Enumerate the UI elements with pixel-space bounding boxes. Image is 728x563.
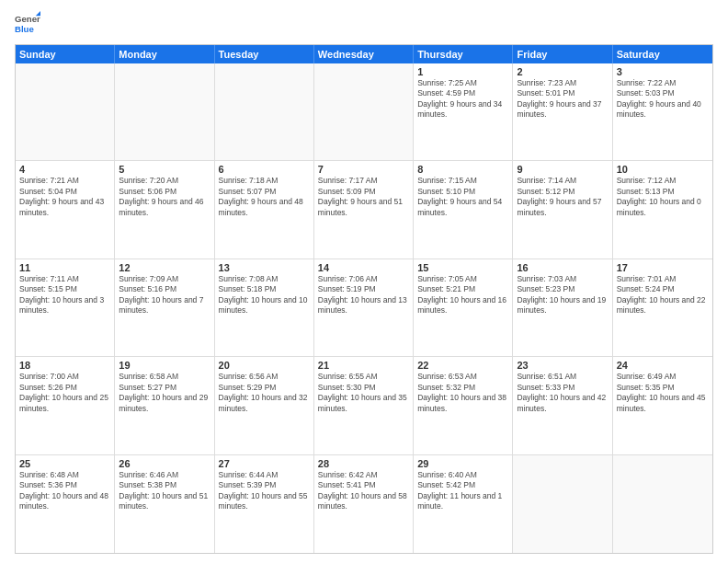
week-row-5: 25Sunrise: 6:48 AM Sunset: 5:36 PM Dayli… — [16, 455, 712, 553]
day-info: Sunrise: 6:55 AM Sunset: 5:30 PM Dayligh… — [318, 372, 409, 414]
day-cell-23: 23Sunrise: 6:51 AM Sunset: 5:33 PM Dayli… — [513, 357, 612, 454]
day-cell-14: 14Sunrise: 7:06 AM Sunset: 5:19 PM Dayli… — [314, 259, 414, 356]
header-cell-sunday: Sunday — [16, 45, 115, 63]
day-cell-22: 22Sunrise: 6:53 AM Sunset: 5:32 PM Dayli… — [414, 357, 513, 454]
day-number: 2 — [517, 66, 608, 77]
day-cell-27: 27Sunrise: 6:44 AM Sunset: 5:39 PM Dayli… — [215, 455, 314, 553]
logo-icon: General Blue — [15, 11, 40, 37]
day-info: Sunrise: 7:00 AM Sunset: 5:26 PM Dayligh… — [19, 372, 110, 414]
day-info: Sunrise: 6:58 AM Sunset: 5:27 PM Dayligh… — [119, 372, 210, 414]
day-cell-1: 1Sunrise: 7:25 AM Sunset: 4:59 PM Daylig… — [414, 63, 513, 160]
day-cell-29: 29Sunrise: 6:40 AM Sunset: 5:42 PM Dayli… — [414, 455, 513, 553]
day-number: 26 — [119, 458, 210, 469]
empty-cell — [215, 63, 314, 160]
header-cell-thursday: Thursday — [414, 45, 513, 63]
day-cell-19: 19Sunrise: 6:58 AM Sunset: 5:27 PM Dayli… — [115, 357, 214, 454]
day-info: Sunrise: 6:49 AM Sunset: 5:35 PM Dayligh… — [617, 372, 709, 414]
day-cell-28: 28Sunrise: 6:42 AM Sunset: 5:41 PM Dayli… — [314, 455, 414, 553]
header-cell-friday: Friday — [513, 45, 612, 63]
day-cell-17: 17Sunrise: 7:01 AM Sunset: 5:24 PM Dayli… — [613, 259, 712, 356]
day-info: Sunrise: 7:01 AM Sunset: 5:24 PM Dayligh… — [617, 274, 709, 316]
day-cell-25: 25Sunrise: 6:48 AM Sunset: 5:36 PM Dayli… — [16, 455, 115, 553]
day-info: Sunrise: 7:25 AM Sunset: 4:59 PM Dayligh… — [417, 78, 508, 121]
header: General Blue — [15, 11, 713, 37]
day-info: Sunrise: 7:11 AM Sunset: 5:15 PM Dayligh… — [19, 274, 110, 316]
day-cell-2: 2Sunrise: 7:23 AM Sunset: 5:01 PM Daylig… — [513, 63, 612, 160]
day-cell-13: 13Sunrise: 7:08 AM Sunset: 5:18 PM Dayli… — [215, 259, 314, 356]
empty-cell — [115, 63, 214, 160]
day-number: 18 — [19, 360, 110, 371]
header-cell-tuesday: Tuesday — [215, 45, 314, 63]
header-cell-saturday: Saturday — [613, 45, 712, 63]
day-info: Sunrise: 6:53 AM Sunset: 5:32 PM Dayligh… — [417, 372, 508, 414]
day-number: 29 — [417, 458, 508, 469]
day-number: 8 — [417, 164, 508, 175]
day-number: 15 — [417, 262, 508, 273]
day-cell-16: 16Sunrise: 7:03 AM Sunset: 5:23 PM Dayli… — [513, 259, 612, 356]
day-cell-6: 6Sunrise: 7:18 AM Sunset: 5:07 PM Daylig… — [215, 161, 314, 258]
day-number: 27 — [219, 458, 310, 469]
day-number: 23 — [517, 360, 608, 371]
week-row-1: 1Sunrise: 7:25 AM Sunset: 4:59 PM Daylig… — [16, 63, 712, 161]
day-number: 9 — [517, 164, 608, 175]
day-info: Sunrise: 7:21 AM Sunset: 5:04 PM Dayligh… — [19, 176, 110, 218]
day-cell-3: 3Sunrise: 7:22 AM Sunset: 5:03 PM Daylig… — [613, 63, 712, 160]
day-info: Sunrise: 6:40 AM Sunset: 5:42 PM Dayligh… — [417, 470, 508, 512]
day-number: 21 — [318, 360, 409, 371]
day-info: Sunrise: 7:03 AM Sunset: 5:23 PM Dayligh… — [517, 274, 608, 316]
day-number: 28 — [318, 458, 409, 469]
calendar-header: SundayMondayTuesdayWednesdayThursdayFrid… — [16, 45, 712, 63]
day-number: 24 — [617, 360, 709, 371]
day-number: 13 — [219, 262, 310, 273]
day-number: 25 — [19, 458, 110, 469]
week-row-4: 18Sunrise: 7:00 AM Sunset: 5:26 PM Dayli… — [16, 357, 712, 454]
day-number: 5 — [119, 164, 210, 175]
day-info: Sunrise: 7:23 AM Sunset: 5:01 PM Dayligh… — [517, 78, 608, 121]
day-cell-21: 21Sunrise: 6:55 AM Sunset: 5:30 PM Dayli… — [314, 357, 414, 454]
day-cell-10: 10Sunrise: 7:12 AM Sunset: 5:13 PM Dayli… — [613, 161, 712, 258]
day-cell-11: 11Sunrise: 7:11 AM Sunset: 5:15 PM Dayli… — [16, 259, 115, 356]
day-number: 11 — [19, 262, 110, 273]
day-info: Sunrise: 7:15 AM Sunset: 5:10 PM Dayligh… — [417, 176, 508, 218]
calendar-body: 1Sunrise: 7:25 AM Sunset: 4:59 PM Daylig… — [16, 63, 712, 553]
week-row-3: 11Sunrise: 7:11 AM Sunset: 5:15 PM Dayli… — [16, 259, 712, 357]
day-number: 14 — [318, 262, 409, 273]
day-info: Sunrise: 7:08 AM Sunset: 5:18 PM Dayligh… — [219, 274, 310, 316]
day-info: Sunrise: 7:18 AM Sunset: 5:07 PM Dayligh… — [219, 176, 310, 218]
page: General Blue SundayMondayTuesdayWednesda… — [0, 0, 728, 563]
day-info: Sunrise: 6:56 AM Sunset: 5:29 PM Dayligh… — [219, 372, 310, 414]
day-number: 12 — [119, 262, 210, 273]
day-cell-24: 24Sunrise: 6:49 AM Sunset: 5:35 PM Dayli… — [613, 357, 712, 454]
day-info: Sunrise: 7:20 AM Sunset: 5:06 PM Dayligh… — [119, 176, 210, 218]
calendar: SundayMondayTuesdayWednesdayThursdayFrid… — [15, 44, 713, 554]
day-cell-12: 12Sunrise: 7:09 AM Sunset: 5:16 PM Dayli… — [115, 259, 214, 356]
day-number: 17 — [617, 262, 709, 273]
day-cell-9: 9Sunrise: 7:14 AM Sunset: 5:12 PM Daylig… — [513, 161, 612, 258]
day-number: 22 — [417, 360, 508, 371]
day-number: 10 — [617, 164, 709, 175]
header-cell-monday: Monday — [115, 45, 214, 63]
day-number: 6 — [219, 164, 310, 175]
empty-cell — [513, 455, 612, 553]
day-info: Sunrise: 7:14 AM Sunset: 5:12 PM Dayligh… — [517, 176, 608, 218]
day-cell-5: 5Sunrise: 7:20 AM Sunset: 5:06 PM Daylig… — [115, 161, 214, 258]
day-info: Sunrise: 6:46 AM Sunset: 5:38 PM Dayligh… — [119, 470, 210, 512]
day-info: Sunrise: 6:51 AM Sunset: 5:33 PM Dayligh… — [517, 372, 608, 414]
day-number: 3 — [617, 66, 709, 77]
empty-cell — [16, 63, 115, 160]
day-number: 7 — [318, 164, 409, 175]
empty-cell — [314, 63, 414, 160]
day-cell-18: 18Sunrise: 7:00 AM Sunset: 5:26 PM Dayli… — [16, 357, 115, 454]
day-cell-7: 7Sunrise: 7:17 AM Sunset: 5:09 PM Daylig… — [314, 161, 414, 258]
day-cell-26: 26Sunrise: 6:46 AM Sunset: 5:38 PM Dayli… — [115, 455, 214, 553]
day-number: 20 — [219, 360, 310, 371]
svg-text:Blue: Blue — [15, 24, 34, 34]
day-cell-15: 15Sunrise: 7:05 AM Sunset: 5:21 PM Dayli… — [414, 259, 513, 356]
day-info: Sunrise: 7:22 AM Sunset: 5:03 PM Dayligh… — [617, 78, 709, 121]
day-cell-8: 8Sunrise: 7:15 AM Sunset: 5:10 PM Daylig… — [414, 161, 513, 258]
day-info: Sunrise: 7:09 AM Sunset: 5:16 PM Dayligh… — [119, 274, 210, 316]
empty-cell — [613, 455, 712, 553]
day-cell-20: 20Sunrise: 6:56 AM Sunset: 5:29 PM Dayli… — [215, 357, 314, 454]
day-number: 4 — [19, 164, 110, 175]
day-number: 16 — [517, 262, 608, 273]
